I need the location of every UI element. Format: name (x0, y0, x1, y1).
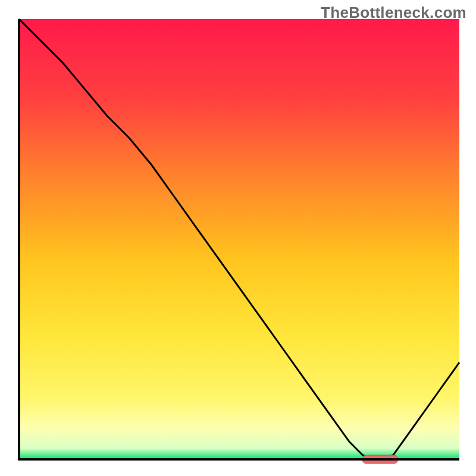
watermark-text: TheBottleneck.com (321, 4, 466, 22)
bottleneck-chart (0, 0, 476, 476)
chart-root: TheBottleneck.com (0, 0, 476, 476)
plot-background (19, 19, 459, 459)
